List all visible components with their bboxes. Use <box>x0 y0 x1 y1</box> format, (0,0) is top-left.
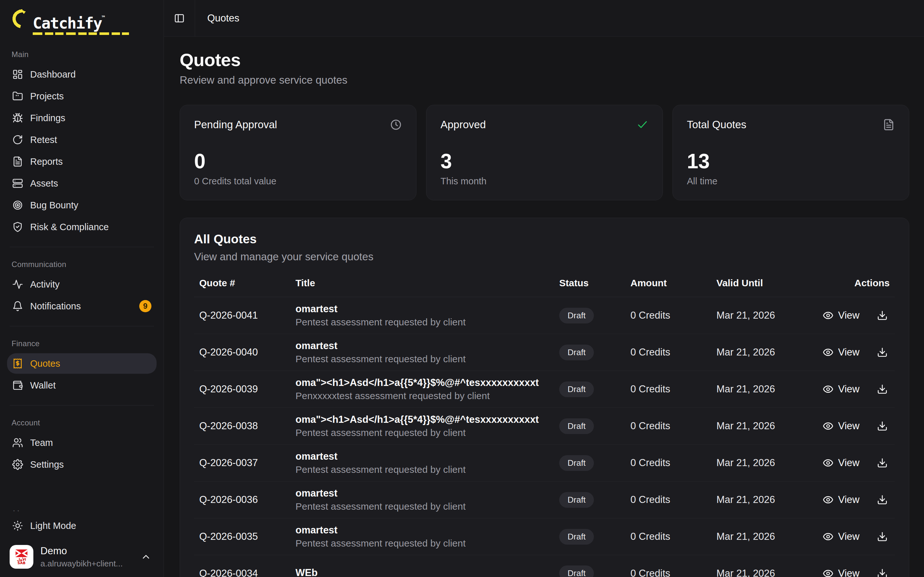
valid-until: Mar 21, 2026 <box>716 309 813 321</box>
download-icon <box>877 347 888 358</box>
section-label-account: Account <box>11 418 152 427</box>
sidebar-item-label: Risk & Compliance <box>30 222 152 232</box>
users-icon <box>12 437 23 448</box>
status-badge: Draft <box>559 418 594 434</box>
sidebar-item-findings[interactable]: Findings <box>7 108 157 128</box>
sidebar-item-wallet[interactable]: Wallet <box>7 375 157 396</box>
stat-value: 13 <box>687 151 895 171</box>
sidebar-item-risk-compliance[interactable]: Risk & Compliance <box>7 217 157 237</box>
view-button-label: View <box>838 494 859 506</box>
stat-caption: All time <box>687 176 895 187</box>
avatar-caption: الأولSAB <box>17 558 26 565</box>
sidebar-item-label: Dashboard <box>30 69 152 80</box>
view-button[interactable]: View <box>821 306 861 324</box>
topbar: Quotes <box>164 0 924 37</box>
download-icon <box>877 494 888 505</box>
quote-title: omartest <box>296 303 559 315</box>
view-button-label: View <box>838 347 859 358</box>
quote-description: Pentest assessment requested by client <box>296 427 559 438</box>
view-button[interactable]: View <box>821 491 861 509</box>
sidebar-nav: MainDashboardProjectsFindingsRetestRepor… <box>7 37 157 571</box>
quote-description: Pentest assessment requested by client <box>296 353 559 365</box>
view-button[interactable]: View <box>821 564 861 577</box>
sidebar-toggle-button[interactable] <box>171 10 187 26</box>
quote-number: Q-2026-0041 <box>199 309 296 321</box>
user-menu[interactable]: الأولSABDemoa.alruwaybikh+client... <box>7 543 157 571</box>
download-icon <box>877 310 888 321</box>
status-cell: Draft <box>559 308 630 324</box>
sidebar-item-label: Notifications <box>30 301 132 311</box>
quote-title-cell: omartestPentest assessment requested by … <box>296 450 559 475</box>
actions-cell: View <box>813 417 890 435</box>
download-icon <box>877 421 888 432</box>
download-button[interactable] <box>875 417 890 435</box>
valid-until: Mar 21, 2026 <box>716 494 813 506</box>
sidebar-item-team[interactable]: Team <box>7 432 157 453</box>
valid-until: Mar 21, 2026 <box>716 347 813 358</box>
sidebar-item-bug-bounty[interactable]: Bug Bounty <box>7 195 157 215</box>
quote-title-cell: oma"><h1>Asd</h1>a{{5*4}}$%@#^tesxxxxxxx… <box>296 414 559 438</box>
view-button[interactable]: View <box>821 454 861 472</box>
eye-icon <box>822 568 834 577</box>
brand-name: Catchify™ <box>33 8 129 32</box>
view-button[interactable]: View <box>821 417 861 435</box>
download-icon <box>877 568 888 577</box>
theme-toggle-light-mode[interactable]: Light Mode <box>7 516 157 536</box>
view-button[interactable]: View <box>821 528 861 546</box>
brand-tm: ™ <box>102 15 105 21</box>
column-header-title: Title <box>296 277 559 288</box>
sidebar-item-settings[interactable]: Settings <box>7 454 157 475</box>
quote-title-cell: WEb <box>296 567 559 577</box>
quote-description: Pentest assessment requested by client <box>296 316 559 328</box>
quote-title: omartest <box>296 340 559 352</box>
sidebar-item-assets[interactable]: Assets <box>7 173 157 193</box>
view-button-label: View <box>838 420 859 432</box>
eye-icon <box>822 494 834 505</box>
section-label-finance: Finance <box>11 339 152 348</box>
quote-description: Pentest assessment requested by client <box>296 501 559 512</box>
quote-title-cell: omartestPentest assessment requested by … <box>296 524 559 549</box>
sidebar-item-reports[interactable]: Reports <box>7 151 157 172</box>
user-menu-expand-button[interactable] <box>138 549 154 565</box>
status-badge: Draft <box>559 382 594 397</box>
sidebar-divider <box>10 326 154 326</box>
status-cell: Draft <box>559 382 630 397</box>
table-row: Q-2026-0034WEbDraft0 CreditsMar 21, 2026… <box>194 555 895 577</box>
folder-icon <box>12 91 23 102</box>
sidebar-item-dashboard[interactable]: Dashboard <box>7 64 157 85</box>
table-body: Q-2026-0041omartestPentest assessment re… <box>194 297 895 577</box>
view-button[interactable]: View <box>821 380 861 398</box>
panel-left-icon <box>174 13 185 24</box>
quote-title: omartest <box>296 450 559 463</box>
sidebar-item-retest[interactable]: Retest <box>7 129 157 150</box>
download-button[interactable] <box>875 491 890 508</box>
sidebar-item-activity[interactable]: Activity <box>7 274 157 295</box>
download-button[interactable] <box>875 343 890 361</box>
sun-icon <box>12 520 23 531</box>
download-button[interactable] <box>875 528 890 545</box>
quote-description: Pentest assessment requested by client <box>296 538 559 549</box>
table-row: Q-2026-0036omartestPentest assessment re… <box>194 482 895 518</box>
table-row: Q-2026-0041omartestPentest assessment re… <box>194 297 895 334</box>
download-button[interactable] <box>875 380 890 398</box>
download-button[interactable] <box>875 307 890 324</box>
sidebar-item-notifications[interactable]: Notifications9 <box>7 296 157 316</box>
view-button[interactable]: View <box>821 343 861 361</box>
valid-until: Mar 21, 2026 <box>716 420 813 432</box>
quote-number: Q-2026-0039 <box>199 384 296 395</box>
status-cell: Draft <box>559 529 630 545</box>
avatar: الأولSAB <box>10 545 33 569</box>
status-cell: Draft <box>559 566 630 577</box>
download-button[interactable] <box>875 565 890 577</box>
status-cell: Draft <box>559 418 630 434</box>
sidebar-item-label: Reports <box>30 156 152 167</box>
download-button[interactable] <box>875 454 890 472</box>
sidebar-item-quotes[interactable]: Quotes <box>7 353 157 374</box>
fishhook-icon <box>9 8 29 31</box>
sidebar-item-projects[interactable]: Projects <box>7 86 157 106</box>
table-subtitle: View and manage your service quotes <box>194 251 895 263</box>
status-cell: Draft <box>559 492 630 508</box>
status-cell: Draft <box>559 455 630 471</box>
receipt-icon <box>12 358 23 369</box>
status-badge: Draft <box>559 529 594 545</box>
